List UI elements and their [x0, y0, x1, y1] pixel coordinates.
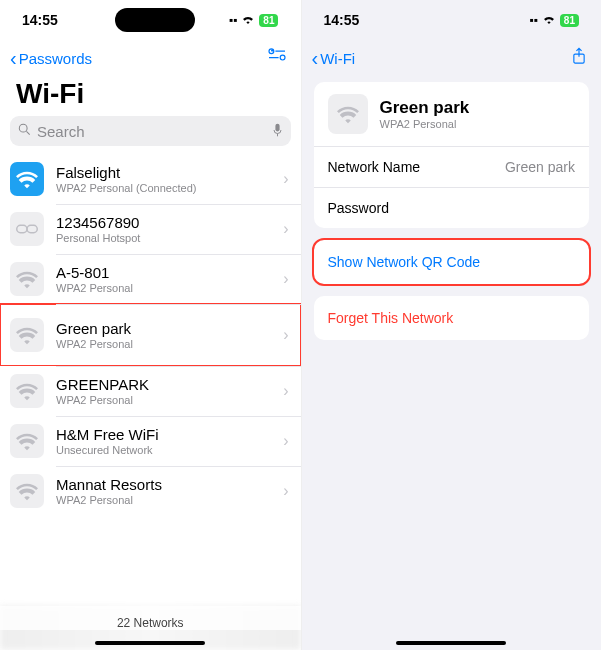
network-name: Green park — [56, 320, 283, 337]
network-row[interactable]: FalselightWPA2 Personal (Connected)› — [0, 154, 301, 204]
network-row[interactable]: GREENPARKWPA2 Personal› — [0, 366, 301, 416]
nav-bar: ‹ Passwords — [0, 40, 301, 76]
battery-icon: 81 — [560, 14, 579, 27]
status-icons: ▪▪ 81 — [229, 13, 279, 27]
qr-code-card: Show Network QR Code — [314, 240, 590, 284]
network-sub: WPA2 Personal — [56, 494, 283, 506]
wifi-icon — [10, 262, 44, 296]
back-label: Wi-Fi — [320, 50, 355, 67]
home-indicator[interactable] — [95, 641, 205, 645]
network-sub: WPA2 Personal — [56, 394, 283, 406]
network-row[interactable]: Mannat ResortsWPA2 Personal› — [0, 466, 301, 516]
status-bar: 14:55 ▪▪ 81 — [302, 0, 602, 40]
network-name: H&M Free WiFi — [56, 426, 283, 443]
cellular-icon: ▪▪ — [229, 13, 238, 27]
chevron-left-icon: ‹ — [10, 48, 17, 68]
svg-rect-5 — [17, 225, 27, 232]
svg-point-1 — [280, 55, 285, 60]
wifi-icon — [10, 318, 44, 352]
network-name: Mannat Resorts — [56, 476, 283, 493]
forget-network-button[interactable]: Forget This Network — [314, 296, 590, 340]
network-name: GREENPARK — [56, 376, 283, 393]
status-bar: 14:55 ▪▪ 81 — [0, 0, 301, 40]
field-label: Password — [328, 200, 389, 216]
network-row[interactable]: A-5-801WPA2 Personal› — [0, 254, 301, 304]
field-value: Green park — [505, 159, 575, 175]
battery-icon: 81 — [259, 14, 278, 27]
wifi-icon — [10, 374, 44, 408]
network-sub: WPA2 Personal — [56, 338, 283, 350]
back-label: Passwords — [19, 50, 92, 67]
search-placeholder: Search — [37, 123, 272, 140]
field-label: Network Name — [328, 159, 421, 175]
chevron-right-icon: › — [283, 432, 288, 450]
chevron-right-icon: › — [283, 382, 288, 400]
network-list: FalselightWPA2 Personal (Connected)›1234… — [0, 154, 301, 606]
sort-button[interactable] — [263, 48, 291, 69]
network-name-row[interactable]: Network Name Green park — [314, 146, 590, 187]
nav-bar: ‹ Wi-Fi — [302, 40, 602, 76]
wifi-icon — [10, 424, 44, 458]
svg-point-3 — [19, 124, 27, 132]
wifi-status-icon — [542, 13, 556, 27]
back-button[interactable]: ‹ Passwords — [10, 48, 92, 68]
home-indicator[interactable] — [396, 641, 506, 645]
cellular-icon: ▪▪ — [529, 13, 538, 27]
network-name: A-5-801 — [56, 264, 283, 281]
svg-rect-6 — [27, 225, 37, 232]
network-security: WPA2 Personal — [380, 118, 470, 130]
show-qr-button[interactable]: Show Network QR Code — [314, 240, 590, 284]
network-name: Green park — [380, 98, 470, 118]
chevron-right-icon: › — [283, 482, 288, 500]
page-title: Wi-Fi — [0, 76, 301, 116]
chevron-right-icon: › — [283, 170, 288, 188]
wifi-status-icon — [241, 13, 255, 27]
network-row[interactable]: 1234567890Personal Hotspot› — [0, 204, 301, 254]
wifi-icon — [10, 474, 44, 508]
network-row[interactable]: H&M Free WiFiUnsecured Network› — [0, 416, 301, 466]
network-name: Falselight — [56, 164, 283, 181]
svg-point-2 — [271, 49, 273, 51]
network-count: 22 Networks — [0, 606, 301, 630]
svg-rect-4 — [275, 123, 279, 131]
status-time: 14:55 — [22, 12, 82, 28]
share-button[interactable] — [567, 47, 591, 70]
network-name: 1234567890 — [56, 214, 283, 231]
status-time: 14:55 — [324, 12, 384, 28]
network-sub: Unsecured Network — [56, 444, 283, 456]
wifi-icon — [328, 94, 368, 134]
wifi-icon — [10, 162, 44, 196]
hotspot-icon — [10, 212, 44, 246]
network-row[interactable]: Green parkWPA2 Personal› — [0, 304, 301, 366]
mic-icon[interactable] — [272, 123, 283, 140]
network-info-card: Green park WPA2 Personal Network Name Gr… — [314, 82, 590, 228]
network-sub: Personal Hotspot — [56, 232, 283, 244]
network-sub: WPA2 Personal (Connected) — [56, 182, 283, 194]
password-row[interactable]: Password — [314, 187, 590, 228]
chevron-right-icon: › — [283, 220, 288, 238]
network-header: Green park WPA2 Personal — [314, 82, 590, 146]
status-icons: ▪▪ 81 — [529, 13, 579, 27]
chevron-right-icon: › — [283, 270, 288, 288]
search-input[interactable]: Search — [10, 116, 291, 146]
network-sub: WPA2 Personal — [56, 282, 283, 294]
chevron-right-icon: › — [283, 326, 288, 344]
chevron-left-icon: ‹ — [312, 48, 319, 68]
dynamic-island — [115, 8, 195, 32]
forget-card: Forget This Network — [314, 296, 590, 340]
search-icon — [18, 123, 31, 139]
back-button[interactable]: ‹ Wi-Fi — [312, 48, 356, 68]
